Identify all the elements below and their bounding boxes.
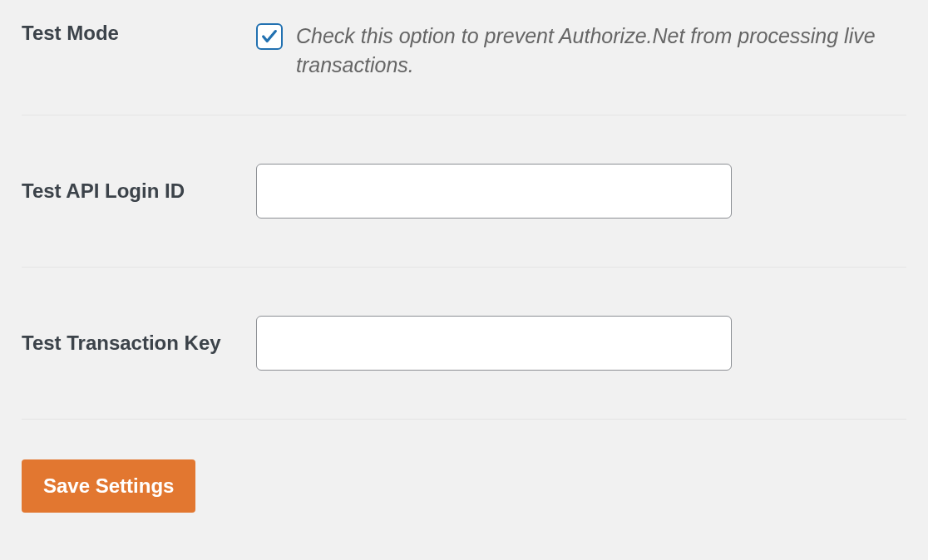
test-mode-label: Test Mode (22, 22, 256, 45)
checkmark-icon (260, 27, 279, 46)
settings-form: Test Mode Check this option to prevent A… (0, 0, 928, 553)
transaction-key-input[interactable] (256, 316, 732, 371)
test-mode-checkbox[interactable] (256, 23, 283, 50)
transaction-key-control (256, 316, 906, 371)
setting-row-test-mode: Test Mode Check this option to prevent A… (22, 0, 906, 115)
button-row: Save Settings (22, 420, 906, 553)
test-mode-description: Check this option to prevent Authorize.N… (296, 22, 906, 80)
setting-row-api-login-id: Test API Login ID (22, 115, 906, 268)
setting-row-transaction-key: Test Transaction Key (22, 268, 906, 420)
api-login-id-control (256, 164, 906, 219)
transaction-key-label: Test Transaction Key (22, 332, 256, 355)
api-login-id-input[interactable] (256, 164, 732, 219)
api-login-id-label: Test API Login ID (22, 179, 256, 203)
test-mode-checkbox-wrap: Check this option to prevent Authorize.N… (256, 22, 906, 80)
save-button[interactable]: Save Settings (22, 459, 195, 513)
test-mode-control: Check this option to prevent Authorize.N… (256, 22, 906, 80)
